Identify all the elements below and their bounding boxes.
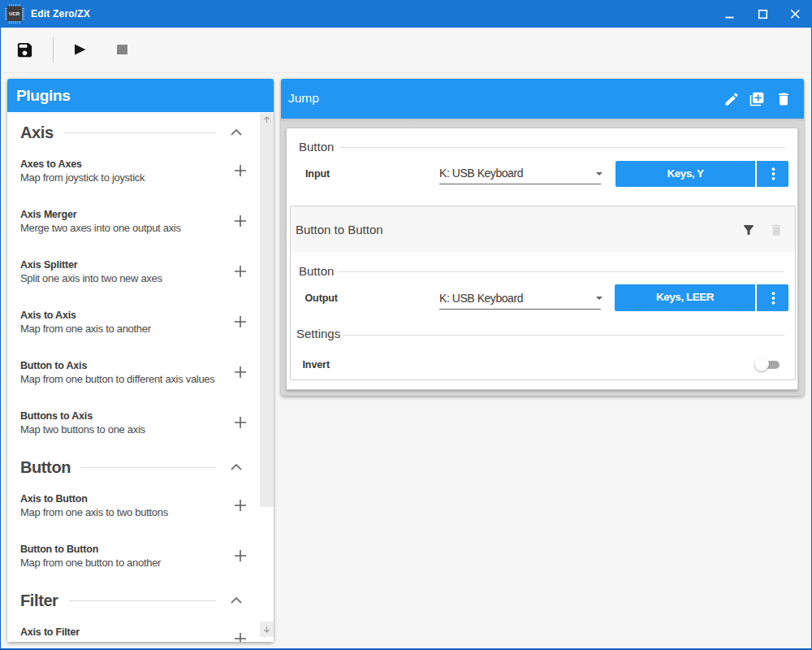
svg-text:UCR: UCR [9, 11, 20, 16]
